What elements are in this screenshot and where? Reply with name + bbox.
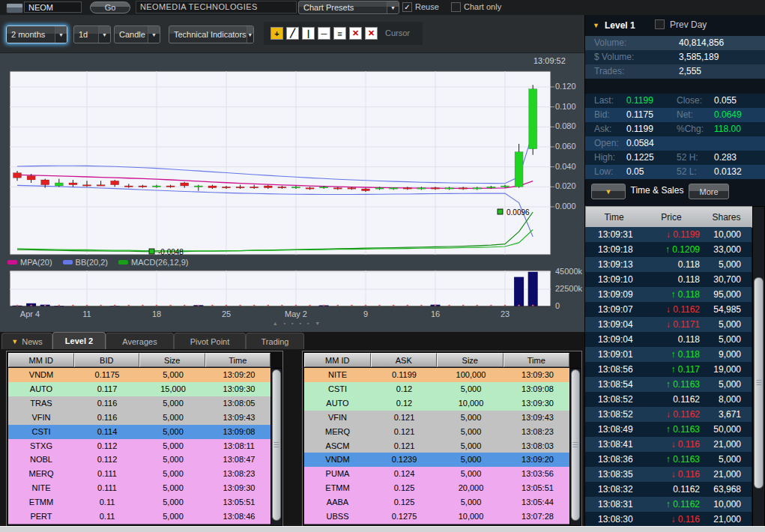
time-sales-row[interactable]: 13:08:31↑ 0.116210,000 <box>585 497 752 512</box>
level2-row[interactable]: AABA0.1255,00013:05:44 <box>304 495 571 510</box>
time-sales-row[interactable]: 13:09:31↓ 0.119910,000 <box>585 227 752 242</box>
level2-scrollbar[interactable] <box>569 368 581 526</box>
level2-row[interactable]: TRAS0.1165,00013:08:05 <box>8 396 272 411</box>
time-sales-row[interactable]: 13:08:520.11628,000 <box>585 392 752 407</box>
level2-row[interactable]: VFIN0.1165,00013:09:43 <box>8 411 272 426</box>
reuse-checkbox[interactable]: ✓ <box>402 2 412 12</box>
trade-price: ↓ 0.1171 <box>641 319 700 330</box>
level2-row[interactable]: STXG0.1125,00013:08:11 <box>8 439 272 454</box>
time-sales-row[interactable]: 13:09:100.11830,700 <box>585 272 752 287</box>
delete-drawing-icon[interactable]: ✕ <box>349 27 362 40</box>
level2-row[interactable]: CSTI0.125,00013:09:08 <box>304 382 571 397</box>
quote-row: Open:0.0584 <box>585 136 765 151</box>
level2-row[interactable]: ASCM0.1215,00013:08:03 <box>304 439 571 454</box>
tab-news[interactable]: ▼News <box>1 333 52 349</box>
level2-row[interactable]: VNDM0.12395,00013:09:20 <box>304 453 571 468</box>
tab-level-2[interactable]: Level 2 <box>52 332 106 349</box>
scrollbar-thumb[interactable] <box>571 369 580 521</box>
column-header-size[interactable]: Size <box>139 353 205 367</box>
level2-row[interactable]: MERQ0.1215,00013:08:23 <box>304 425 571 440</box>
time-sales-row[interactable]: 13:08:30↓ 0.11621,000 <box>585 512 752 527</box>
column-header-time[interactable]: Time <box>504 353 570 367</box>
time-sales-row[interactable]: 13:08:36↑ 0.11635,000 <box>585 452 752 467</box>
level1-row-label: $ Volume: <box>594 50 634 64</box>
technical-indicators-dropdown[interactable]: Technical Indicators ▼ <box>169 25 254 43</box>
time-sales-row[interactable]: 13:09:18↑ 0.120933,000 <box>585 242 752 257</box>
column-header-mm-id[interactable]: MM ID <box>304 353 371 367</box>
time: 13:09:20 <box>504 453 571 467</box>
time-sales-row[interactable]: 13:08:49↑ 0.116350,000 <box>585 422 752 437</box>
time-axis-label: 9 <box>363 309 368 318</box>
chart-type-dropdown[interactable]: Candle ▼ <box>114 25 160 43</box>
time-sales-row[interactable]: 13:08:320.116263,968 <box>585 482 752 497</box>
mm-id: NITE <box>304 368 371 382</box>
time-sales-row[interactable]: 13:08:54↑ 0.11635,000 <box>585 377 752 392</box>
level2-row[interactable]: PERT0.115,00013:08:46 <box>8 510 272 525</box>
vertical-line-icon[interactable]: ❘ <box>302 27 315 40</box>
time-sales-row[interactable]: 13:09:040.1185,000 <box>585 332 752 347</box>
time-sales-row[interactable]: 13:09:07↓ 0.116254,985 <box>585 302 752 317</box>
level2-row[interactable]: PUMA0.1245,00013:03:56 <box>304 467 571 482</box>
time-sales-row[interactable]: 13:08:56↑ 0.11719,000 <box>585 362 752 377</box>
time: 13:09:30 <box>206 481 272 495</box>
column-header-bid[interactable]: BID <box>74 353 140 367</box>
chart-only-checkbox[interactable] <box>451 2 461 12</box>
scrollbar-thumb[interactable] <box>754 277 764 489</box>
chart-toolbar: 2 months ▼ 1d ▼ Candle ▼ Technical Indic… <box>0 15 584 53</box>
level1-collapse-icon[interactable]: ▼ <box>593 22 599 29</box>
chart-canvas[interactable]: 13:09:52 MPA(20)BB(20,2)MACD(26,12,9) ▲ … <box>0 52 584 332</box>
go-button[interactable]: Go <box>90 1 130 13</box>
mm-id: STXG <box>8 439 74 453</box>
scrollbar-thumb[interactable] <box>272 369 281 521</box>
interval-dropdown[interactable]: 1d ▼ <box>73 25 111 43</box>
delete-all-drawings-icon[interactable]: ✕ <box>365 27 378 40</box>
time-sales-row[interactable]: 13:09:09↑ 0.11895,000 <box>585 287 752 302</box>
tab-averages[interactable]: Averages <box>106 333 174 349</box>
time-sales-row[interactable]: 13:08:35↓ 0.11621,000 <box>585 467 752 482</box>
time-sales-row[interactable]: 13:09:04↓ 0.11715,000 <box>585 317 752 332</box>
trendline-icon[interactable]: ╱ <box>286 27 299 40</box>
time-sales-scrollbar[interactable] <box>752 206 765 529</box>
prev-day-label: Prev Day <box>670 19 707 30</box>
level2-bid-table: MM IDBIDSizeTimeVNDM0.11755,00013:09:20A… <box>6 351 283 527</box>
tab-pivot-point[interactable]: Pivot Point <box>174 333 246 349</box>
time-sales-row[interactable]: 13:09:130.1185,000 <box>585 257 752 272</box>
chart-presets-dropdown[interactable]: Chart Presets ▼ <box>298 1 399 14</box>
column-header-ask[interactable]: ASK <box>371 353 438 367</box>
level2-row[interactable]: MERQ0.1115,00013:08:23 <box>8 467 272 482</box>
time-sales-row[interactable]: 13:08:52↓ 0.11623,671 <box>585 407 752 422</box>
column-header-time[interactable]: Time <box>205 353 271 367</box>
more-button[interactable]: More <box>689 184 729 199</box>
level2-row[interactable]: ETMM0.12520,00013:05:51 <box>304 481 571 496</box>
quote-label: Close: <box>677 94 702 108</box>
level2-row[interactable]: AUTO0.11715,00013:09:30 <box>8 382 272 397</box>
prev-day-checkbox[interactable] <box>655 19 665 29</box>
tab-trading[interactable]: Trading <box>246 333 304 349</box>
price-volume-chart[interactable]: -0.00480.0096 <box>0 52 584 332</box>
crosshair-icon[interactable]: + <box>270 27 283 40</box>
mm-id: AUTO <box>304 396 371 411</box>
level2-scrollbar[interactable] <box>270 368 282 526</box>
level2-row[interactable]: NITE0.1199100,00013:09:30 <box>304 368 571 383</box>
size: 5,000 <box>438 453 504 467</box>
time-sales-dropdown-button[interactable]: ▼ <box>591 184 626 199</box>
range-dropdown[interactable]: 2 months ▼ <box>6 25 67 43</box>
time-sales-row[interactable]: 13:08:41↓ 0.11621,000 <box>585 437 752 452</box>
level2-row[interactable]: AUTO0.1210,00013:09:30 <box>304 396 571 411</box>
level2-row[interactable]: NOBL0.1125,00013:08:47 <box>8 453 272 468</box>
level2-row[interactable]: ETMM0.115,00013:05:51 <box>8 495 272 510</box>
column-header-size[interactable]: Size <box>437 353 504 367</box>
trade-time: 13:08:41 <box>585 439 641 450</box>
chart-panel: 2 months ▼ 1d ▼ Candle ▼ Technical Indic… <box>0 15 584 332</box>
level2-row[interactable]: CSTI0.1145,00013:09:08 <box>8 425 272 440</box>
level2-row[interactable]: VNDM0.11755,00013:09:20 <box>8 368 272 383</box>
time: 13:08:46 <box>206 510 272 524</box>
level2-row[interactable]: NITE0.1115,00013:09:30 <box>8 481 272 496</box>
column-header-mm-id[interactable]: MM ID <box>8 353 74 367</box>
level2-row[interactable]: VFIN0.1215,00013:09:43 <box>304 411 571 426</box>
time-sales-row[interactable]: 13:09:01↑ 0.1189,000 <box>585 347 752 362</box>
horizontal-line-icon[interactable]: ─ <box>318 27 330 40</box>
level2-row[interactable]: UBSS0.127510,00013:07:28 <box>304 510 571 525</box>
fibonacci-lines-icon[interactable]: ≡ <box>333 27 346 40</box>
symbol-input[interactable] <box>24 1 82 13</box>
